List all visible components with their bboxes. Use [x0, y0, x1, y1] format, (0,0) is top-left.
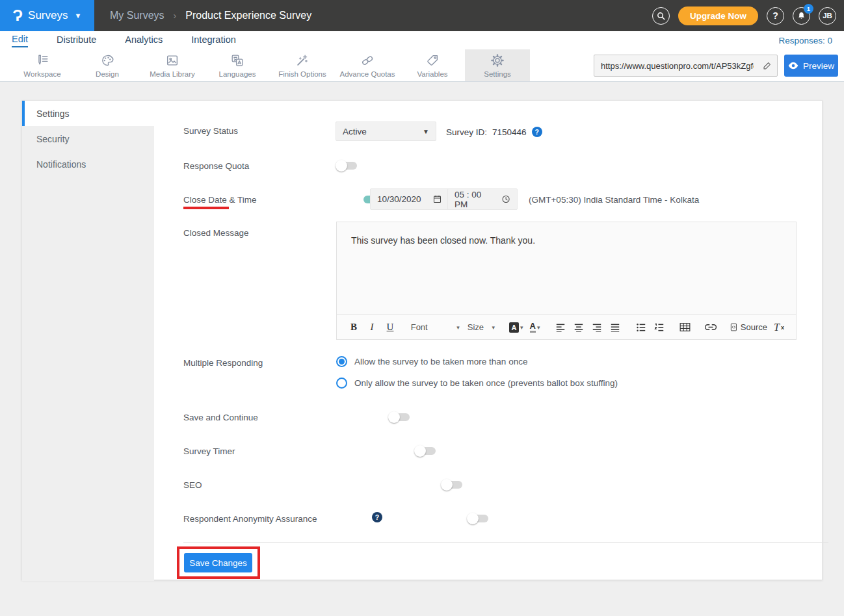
- close-date-value: 10/30/2020: [377, 194, 421, 204]
- close-date-input[interactable]: 10/30/2020: [370, 188, 449, 210]
- search-button[interactable]: [652, 7, 670, 25]
- close-date-time-label: Close Date & Time: [183, 195, 257, 205]
- closed-message-text[interactable]: This survey has been closed now. Thank y…: [337, 222, 796, 314]
- help-button[interactable]: ?: [767, 7, 784, 25]
- text-color-icon: A: [530, 322, 536, 333]
- toolbar-item-advance-quotas[interactable]: Advance Quotas: [335, 49, 400, 81]
- font-dropdown[interactable]: Font▾: [408, 319, 462, 336]
- radio-icon[interactable]: [336, 356, 347, 367]
- response-quota-label: Response Quota: [183, 161, 249, 171]
- survey-id-help-icon[interactable]: ?: [532, 127, 542, 137]
- responses-count: Responses: 0: [778, 36, 832, 45]
- toolbar-label: Languages: [219, 70, 256, 78]
- annotation-red-underline: [183, 207, 229, 209]
- sidebar-item-security[interactable]: Security: [22, 126, 154, 151]
- settings-icon: [490, 53, 505, 68]
- preview-button[interactable]: Preview: [784, 55, 838, 77]
- advance-quotas-icon: [360, 53, 375, 68]
- languages-icon: [230, 53, 245, 68]
- remove-format-icon: T: [774, 322, 780, 333]
- insert-table-button[interactable]: [678, 319, 693, 336]
- product-switcher[interactable]: Ɂ Surveys ▼: [0, 0, 94, 31]
- toolbar-label: Design: [96, 70, 119, 78]
- closed-message-editor: This survey has been closed now. Thank y…: [336, 222, 797, 340]
- source-doc-icon: [730, 322, 737, 332]
- background-color-button[interactable]: A▾: [508, 319, 525, 336]
- product-name: Surveys: [28, 9, 68, 22]
- toolbar-item-languages[interactable]: Languages: [205, 49, 270, 81]
- toolbar-item-workspace[interactable]: Workspace: [10, 49, 75, 81]
- seo-toggle[interactable]: [441, 478, 464, 491]
- preview-label: Preview: [803, 61, 834, 71]
- finish-options-icon: [295, 53, 310, 68]
- chevron-down-icon: ▾: [492, 324, 495, 331]
- source-label: Source: [741, 322, 767, 332]
- notifications-button[interactable]: 1: [793, 7, 810, 25]
- breadcrumb-my-surveys[interactable]: My Surveys: [110, 10, 165, 21]
- upgrade-now-button[interactable]: Upgrade Now: [678, 6, 758, 25]
- link-icon: [705, 323, 717, 331]
- survey-id-label: Survey ID:: [446, 127, 487, 137]
- radio-label: Only allow the survey to be taken once (…: [354, 378, 618, 388]
- numbered-list-button[interactable]: [652, 319, 667, 336]
- toolbar-label: Advance Quotas: [339, 70, 395, 78]
- tab-edit[interactable]: Edit: [12, 34, 28, 47]
- pencil-icon: [763, 61, 772, 70]
- tab-integration[interactable]: Integration: [191, 34, 236, 47]
- breadcrumb-separator: ›: [174, 10, 177, 21]
- user-avatar[interactable]: JB: [819, 7, 836, 25]
- survey-timer-label: Survey Timer: [183, 446, 235, 456]
- close-time-input[interactable]: 05 : 00 PM: [447, 188, 518, 210]
- breadcrumb-current-survey: Product Experience Survey: [185, 10, 311, 21]
- align-center-icon: [574, 323, 584, 332]
- size-dropdown[interactable]: Size▾: [465, 319, 497, 336]
- insert-link-button[interactable]: [703, 319, 719, 336]
- source-button[interactable]: Source: [729, 319, 769, 336]
- radio-option-multiple-allowed[interactable]: Allow the survey to be taken more than o…: [336, 356, 527, 367]
- text-color-button[interactable]: A▾: [527, 319, 543, 336]
- survey-status-select[interactable]: Active ▼: [336, 122, 436, 141]
- toolbar-item-finish-options[interactable]: Finish Options: [270, 49, 335, 81]
- underline-button[interactable]: U: [382, 319, 398, 336]
- sidebar-item-notifications[interactable]: Notifications: [22, 151, 154, 177]
- chevron-down-icon: ▼: [75, 12, 82, 19]
- bulleted-list-button[interactable]: [633, 319, 649, 336]
- italic-button[interactable]: I: [364, 319, 380, 336]
- clock-icon: [501, 194, 510, 204]
- align-justify-icon: [610, 323, 620, 332]
- tab-distribute[interactable]: Distribute: [57, 34, 96, 47]
- toolbar-label: Variables: [417, 70, 447, 78]
- align-left-button[interactable]: [553, 319, 568, 336]
- radio-label: Allow the survey to be taken more than o…: [354, 357, 527, 366]
- toolbar-item-media-library[interactable]: Media Library: [140, 49, 205, 81]
- align-center-button[interactable]: [571, 319, 587, 336]
- calendar-icon: [432, 194, 442, 204]
- save-changes-button[interactable]: Save Changes: [184, 553, 252, 572]
- radio-option-once-only[interactable]: Only allow the survey to be taken once (…: [336, 378, 618, 389]
- tab-analytics[interactable]: Analytics: [125, 34, 163, 47]
- edit-toolbar: Workspace Design Media Library Languages…: [0, 49, 844, 82]
- toolbar-item-variables[interactable]: Variables: [400, 49, 465, 81]
- survey-url-input[interactable]: [594, 61, 758, 71]
- workspace-icon: [34, 53, 50, 68]
- header-actions: Upgrade Now ? 1 JB: [652, 6, 844, 25]
- align-justify-button[interactable]: [607, 319, 623, 336]
- sidebar-item-settings[interactable]: Settings: [22, 101, 154, 126]
- chevron-down-icon: ▾: [456, 324, 460, 331]
- toolbar-item-settings[interactable]: Settings: [465, 49, 530, 81]
- align-right-button[interactable]: [589, 319, 605, 336]
- bulleted-list-icon: [636, 323, 646, 332]
- respondent-anonymity-toggle[interactable]: [467, 512, 490, 525]
- timezone-text: (GMT+05:30) India Standard Time - Kolkat…: [529, 195, 699, 205]
- radio-icon[interactable]: [336, 378, 347, 389]
- remove-format-button[interactable]: Tx: [771, 319, 787, 336]
- edit-url-button[interactable]: [758, 61, 777, 70]
- response-quota-toggle[interactable]: [336, 159, 359, 172]
- save-and-continue-toggle[interactable]: [388, 411, 412, 424]
- respondent-anonymity-help-icon[interactable]: ?: [372, 512, 382, 522]
- toolbar-item-design[interactable]: Design: [75, 49, 140, 81]
- settings-sidebar: Settings Security Notifications: [22, 101, 154, 581]
- search-icon: [656, 11, 666, 21]
- bold-button[interactable]: B: [346, 319, 362, 336]
- survey-timer-toggle[interactable]: [414, 444, 438, 457]
